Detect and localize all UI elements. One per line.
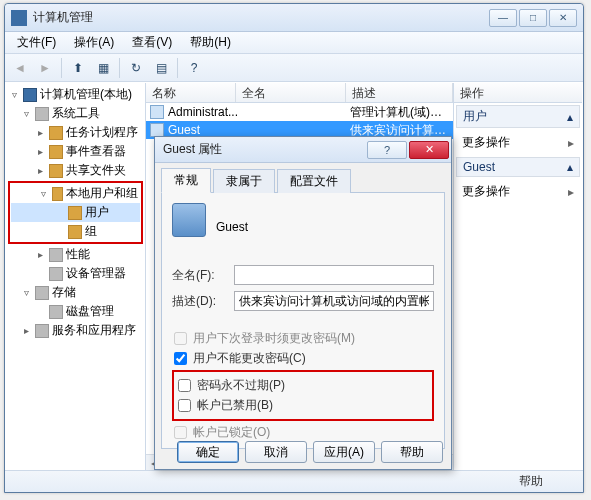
tab-profile[interactable]: 配置文件 bbox=[277, 169, 351, 193]
computer-icon bbox=[23, 88, 37, 102]
col-fullname[interactable]: 全名 bbox=[236, 83, 346, 102]
dialog-close-button[interactable]: ✕ bbox=[409, 141, 449, 159]
cell-name: Guest bbox=[168, 123, 240, 137]
menu-view[interactable]: 查看(V) bbox=[124, 32, 180, 53]
menu-help[interactable]: 帮助(H) bbox=[182, 32, 239, 53]
check-cannot-change[interactable]: 用户不能更改密码(C) bbox=[174, 350, 434, 367]
chevron-right-icon: ▸ bbox=[568, 136, 574, 150]
actions-pane: 操作 用户 ▴ 更多操作 ▸ Guest ▴ 更多操作 ▸ bbox=[454, 83, 582, 470]
cell-name: Administrat... bbox=[168, 105, 240, 119]
toolbar: ◄ ► ⬆ ▦ ↻ ▤ ? bbox=[5, 54, 583, 82]
tab-member-of[interactable]: 隶属于 bbox=[213, 169, 275, 193]
dialog-titlebar[interactable]: Guest 属性 ? ✕ bbox=[155, 137, 451, 163]
tree-label: 性能 bbox=[66, 246, 90, 263]
check-must-change: 用户下次登录时须更改密码(M) bbox=[174, 330, 434, 347]
tree-label: 共享文件夹 bbox=[66, 162, 126, 179]
users-folder-icon bbox=[52, 187, 64, 201]
tree-disk-management[interactable]: 磁盘管理 bbox=[6, 302, 145, 321]
check-never-expire[interactable]: 密码永不过期(P) bbox=[178, 377, 430, 394]
tree-task-scheduler[interactable]: ▸任务计划程序 bbox=[6, 123, 145, 142]
highlight-box: 密码永不过期(P) 帐户已禁用(B) bbox=[172, 370, 434, 421]
cancel-button[interactable]: 取消 bbox=[245, 441, 307, 463]
actions-group-guest[interactable]: Guest ▴ bbox=[456, 157, 580, 177]
description-input[interactable] bbox=[234, 291, 434, 311]
tree-users[interactable]: 用户 bbox=[11, 203, 140, 222]
dialog-title: Guest 属性 bbox=[163, 141, 365, 158]
checkbox-cannot-change[interactable] bbox=[174, 352, 187, 365]
tree-device-manager[interactable]: 设备管理器 bbox=[6, 264, 145, 283]
device-icon bbox=[49, 267, 63, 281]
col-description[interactable]: 描述 bbox=[346, 83, 453, 102]
tree-pane[interactable]: ▿计算机管理(本地) ▿系统工具 ▸任务计划程序 ▸事件查看器 ▸共享文件夹 ▿… bbox=[6, 83, 146, 470]
tree-event-viewer[interactable]: ▸事件查看器 bbox=[6, 142, 145, 161]
minimize-button[interactable]: — bbox=[489, 9, 517, 27]
menu-bar: 文件(F) 操作(A) 查看(V) 帮助(H) bbox=[5, 32, 583, 54]
actions-group-label: Guest bbox=[463, 160, 495, 174]
window-title: 计算机管理 bbox=[33, 9, 489, 26]
tab-general[interactable]: 常规 bbox=[161, 168, 211, 193]
tree-label: 用户 bbox=[85, 204, 109, 221]
checkbox-never-expire[interactable] bbox=[178, 379, 191, 392]
menu-file[interactable]: 文件(F) bbox=[9, 32, 64, 53]
collapse-icon: ▴ bbox=[567, 160, 573, 174]
back-button: ◄ bbox=[9, 57, 31, 79]
fullname-input[interactable] bbox=[234, 265, 434, 285]
list-header: 名称 全名 描述 bbox=[146, 83, 453, 103]
actions-item-label: 更多操作 bbox=[462, 134, 510, 151]
tree-label: 组 bbox=[85, 223, 97, 240]
tree-root[interactable]: ▿计算机管理(本地) bbox=[6, 85, 145, 104]
services-icon bbox=[35, 324, 49, 338]
show-hide-tree-button[interactable]: ▦ bbox=[92, 57, 114, 79]
export-button[interactable]: ▤ bbox=[150, 57, 172, 79]
help-button[interactable]: 帮助 bbox=[381, 441, 443, 463]
tree-shared-folders[interactable]: ▸共享文件夹 bbox=[6, 161, 145, 180]
tree-label: 计算机管理(本地) bbox=[40, 86, 132, 103]
tree-local-users-groups[interactable]: ▿本地用户和组 bbox=[11, 184, 140, 203]
list-row[interactable]: Administrat... 管理计算机(域)的内置帐户 bbox=[146, 103, 453, 121]
tree-label: 存储 bbox=[52, 284, 76, 301]
highlight-box: ▿本地用户和组 用户 组 bbox=[8, 181, 143, 244]
toolbar-separator bbox=[119, 58, 120, 78]
actions-group-users[interactable]: 用户 ▴ bbox=[456, 105, 580, 128]
status-help: 帮助 bbox=[519, 473, 543, 490]
user-icon bbox=[150, 123, 164, 137]
check-label: 密码永不过期(P) bbox=[197, 377, 285, 394]
tree-services-apps[interactable]: ▸服务和应用程序 bbox=[6, 321, 145, 340]
toolbar-separator bbox=[61, 58, 62, 78]
collapse-icon: ▴ bbox=[567, 110, 573, 124]
ok-button[interactable]: 确定 bbox=[177, 441, 239, 463]
check-locked: 帐户已锁定(O) bbox=[174, 424, 434, 441]
toolbar-separator bbox=[177, 58, 178, 78]
performance-icon bbox=[49, 248, 63, 262]
check-label: 帐户已锁定(O) bbox=[193, 424, 270, 441]
menu-action[interactable]: 操作(A) bbox=[66, 32, 122, 53]
tree-storage[interactable]: ▿存储 bbox=[6, 283, 145, 302]
close-button[interactable]: ✕ bbox=[549, 9, 577, 27]
tree-label: 本地用户和组 bbox=[66, 185, 138, 202]
forward-button: ► bbox=[34, 57, 56, 79]
tree-system-tools[interactable]: ▿系统工具 bbox=[6, 104, 145, 123]
help-button[interactable]: ? bbox=[183, 57, 205, 79]
up-button[interactable]: ⬆ bbox=[67, 57, 89, 79]
refresh-button[interactable]: ↻ bbox=[125, 57, 147, 79]
tree-label: 服务和应用程序 bbox=[52, 322, 136, 339]
maximize-button[interactable]: □ bbox=[519, 9, 547, 27]
checkbox-disabled[interactable] bbox=[178, 399, 191, 412]
user-avatar-icon bbox=[172, 203, 206, 237]
tree-groups[interactable]: 组 bbox=[11, 222, 140, 241]
app-icon bbox=[11, 10, 27, 26]
disk-icon bbox=[49, 305, 63, 319]
actions-more-guest[interactable]: 更多操作 ▸ bbox=[460, 181, 576, 202]
username-label: Guest bbox=[216, 220, 248, 234]
folder-icon bbox=[68, 206, 82, 220]
check-label: 用户不能更改密码(C) bbox=[193, 350, 306, 367]
apply-button[interactable]: 应用(A) bbox=[313, 441, 375, 463]
check-disabled[interactable]: 帐户已禁用(B) bbox=[178, 397, 430, 414]
tab-content-general: Guest 全名(F): 描述(D): 用户下次登录时须更改密码(M) 用户不能… bbox=[161, 193, 445, 449]
col-name[interactable]: 名称 bbox=[146, 83, 236, 102]
actions-more-users[interactable]: 更多操作 ▸ bbox=[460, 132, 576, 153]
titlebar[interactable]: 计算机管理 — □ ✕ bbox=[5, 4, 583, 32]
tree-performance[interactable]: ▸性能 bbox=[6, 245, 145, 264]
dialog-help-button[interactable]: ? bbox=[367, 141, 407, 159]
actions-group-label: 用户 bbox=[463, 108, 487, 125]
